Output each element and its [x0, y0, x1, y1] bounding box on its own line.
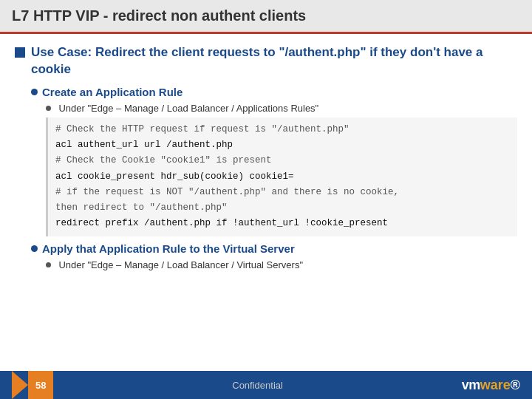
code-line-3: # Check the Cookie "cookie1" is present [55, 153, 510, 168]
code-line-4: acl cookie_present hdr_sub(cookie) cooki… [55, 169, 510, 185]
section2-subsection: Under "Edge – Manage / Load Balancer / V… [46, 258, 517, 271]
code-line-7: redirect prefix /authent.php if !authent… [55, 216, 510, 231]
code-block: # Check the HTTP request if request is "… [46, 117, 517, 236]
footer-confidential: Confidential [232, 380, 283, 391]
section1-title: Create an Application Rule [42, 86, 183, 98]
page-title: L7 HTTP VIP - redirect non authent clien… [12, 7, 520, 24]
section1-sublabel: Under "Edge – Manage / Load Balancer / A… [58, 103, 318, 114]
section2-header: Apply that Application Rule to the Virtu… [31, 242, 517, 255]
section2-title: Apply that Application Rule to the Virtu… [42, 242, 295, 255]
use-case-block: Use Case: Redirect the client requests t… [15, 44, 517, 78]
circle-bullet-small-icon [46, 106, 51, 111]
footer-page-number: 58 [28, 371, 53, 399]
main-content: Use Case: Redirect the client requests t… [0, 34, 532, 374]
section2-sublabel: Under "Edge – Manage / Load Balancer / V… [58, 259, 303, 270]
code-line-6: then redirect to "/authent.php" [55, 200, 510, 216]
bullet-square-icon [15, 47, 25, 58]
footer-left: 58 [12, 371, 53, 399]
footer-logo-ware: ware® [480, 378, 520, 393]
code-line-1: # Check the HTTP request if request is "… [55, 122, 510, 137]
footer-logo: vmware® [462, 378, 520, 393]
header: L7 HTTP VIP - redirect non authent clien… [0, 0, 532, 34]
section-virtual-server: Apply that Application Rule to the Virtu… [31, 242, 517, 271]
footer: 58 Confidential vmware® [0, 371, 532, 399]
code-line-2: acl authent_url url /authent.php [55, 137, 510, 153]
footer-triangle-icon [12, 371, 28, 399]
circle-bullet-large2-icon [31, 245, 38, 252]
code-line-5: # if the request is NOT "/authent.php" a… [55, 185, 510, 200]
section1-subsection: Under "Edge – Manage / Load Balancer / A… [46, 101, 517, 115]
footer-logo-vm: vm [462, 378, 480, 393]
use-case-text: Use Case: Redirect the client requests t… [31, 44, 517, 78]
circle-bullet-small2-icon [46, 262, 51, 267]
section1-header: Create an Application Rule [31, 86, 517, 98]
circle-bullet-large-icon [31, 89, 38, 95]
section-app-rule: Create an Application Rule Under "Edge –… [31, 86, 517, 236]
